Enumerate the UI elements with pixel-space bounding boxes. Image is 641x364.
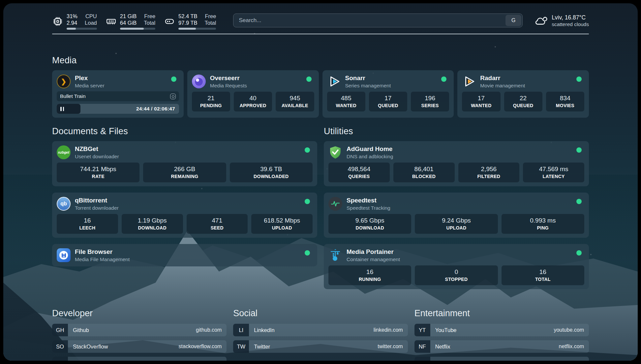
service-card-qbittorrent[interactable]: qb qBittorrent Torrent downloader 16 LEE… — [52, 193, 317, 238]
speedtest-icon — [328, 197, 342, 211]
stat-value: 0.993 ms — [503, 216, 583, 225]
bookmark-abbr: RE — [414, 357, 430, 361]
stat-box: 0 STOPPED — [415, 265, 498, 285]
sonarr-icon — [327, 75, 341, 88]
service-title: Sonarr — [345, 74, 439, 82]
section-title-media: Media — [52, 55, 589, 66]
stat-label: RUNNING — [330, 276, 410, 283]
stat-value: 266 GB — [144, 165, 225, 173]
service-card-nzbget[interactable]: nzbget NZBGet Usenet downloader 744.21 M… — [52, 141, 317, 186]
service-subtitle: Torrent downloader — [75, 205, 302, 211]
stat-box: 22 QUEUED — [504, 92, 542, 111]
overseerr-icon — [192, 75, 206, 88]
qbittorrent-icon: qb — [57, 197, 71, 211]
bookmark-name: YouTube — [430, 324, 554, 336]
service-card-filebrowser[interactable]: File Browser Media File Management — [52, 244, 317, 266]
stat-value: 196 — [412, 94, 448, 103]
bookmark-netflix[interactable]: NF Netflix netflix.com — [414, 340, 589, 353]
stat-label: FILTERED — [460, 173, 518, 180]
stat-value: 39.6 TB — [231, 165, 311, 173]
cpu-percent: 31% — [67, 13, 77, 19]
section-title-developer: Developer — [52, 308, 227, 318]
service-subtitle: DNS and adblocking — [347, 153, 574, 160]
stat-value: 16 — [330, 268, 410, 276]
bookmark-abbr: LI — [233, 324, 249, 336]
stat-label: DOWNLOADED — [231, 173, 311, 180]
cpu-loadavg: 2.94 — [67, 20, 77, 26]
service-card-speedtest[interactable]: Speedtest Speedtest Tracking 9.65 Gbps D… — [324, 193, 589, 238]
stat-label: QUERIES — [330, 173, 388, 180]
stat-box: 266 GB REMAINING — [143, 163, 226, 182]
stat-value: 471 — [188, 216, 247, 225]
bookmark-youtube[interactable]: YT YouTube youtube.com — [414, 324, 589, 336]
stat-label: TOTAL — [503, 276, 583, 283]
stat-value: 485 — [328, 94, 364, 103]
stat-box: 16 TOTAL — [502, 265, 584, 285]
service-title: Radarr — [480, 74, 574, 82]
stat-label: AVAILABLE — [277, 103, 313, 109]
stat-box: 9.24 Gbps UPLOAD — [415, 214, 498, 234]
section-title-documents: Documents & Files — [52, 126, 317, 136]
bookmark-stackoverflow[interactable]: SO StackOverflow stackoverflow.com — [52, 340, 227, 353]
service-card-plex[interactable]: ❯ Plex Media server Bullet Train 24:44 / — [52, 70, 184, 118]
bookmark-name: Reddit — [430, 357, 560, 361]
search-provider-button[interactable]: G — [505, 15, 521, 26]
service-title: AdGuard Home — [347, 145, 574, 153]
service-subtitle: Media server — [75, 82, 168, 89]
stat-label: LATENCY — [524, 173, 583, 180]
stat-box: 16 RUNNING — [328, 265, 411, 285]
bookmark-github[interactable]: GH Github github.com — [52, 324, 227, 336]
memory-widget: 21 GiB Free 64 GiB Total — [106, 13, 155, 30]
service-card-sonarr[interactable]: Sonarr Series management 485 WANTED 17 Q… — [322, 70, 454, 118]
service-subtitle: Speedtest Tracking — [347, 205, 574, 211]
bookmark-twitter[interactable]: TW Twitter twitter.com — [233, 340, 408, 353]
stat-box: 618.52 Mbps UPLOAD — [251, 214, 313, 234]
section-title-social: Social — [233, 308, 408, 318]
portainer-icon — [328, 248, 342, 262]
stat-box: 744.21 Mbps RATE — [57, 163, 139, 182]
service-card-radarr[interactable]: Radarr Movie management 17 WANTED 22 QUE… — [457, 70, 589, 118]
bookmark-domain: github.com — [196, 324, 227, 336]
bookmark-reddit[interactable]: RE Reddit reddit.com — [414, 357, 589, 361]
service-card-adguard[interactable]: AdGuard Home DNS and adblocking 498,564 … — [324, 141, 589, 186]
topbar-divider — [52, 34, 589, 34]
disk-progress-track — [178, 28, 216, 30]
stat-label: PING — [503, 225, 583, 231]
bookmark-dev[interactable]: DT DEV dev.to — [52, 357, 227, 361]
stat-value: 498,564 — [330, 165, 388, 173]
stat-label: SEED — [188, 225, 247, 231]
bookmark-group-social: Social LI LinkedIn linkedin.com TW Twitt… — [233, 308, 408, 361]
disk-progress-fill — [178, 28, 196, 30]
bookmark-linkedin[interactable]: LI LinkedIn linkedin.com — [233, 324, 408, 336]
filebrowser-icon — [57, 248, 71, 262]
service-card-portainer[interactable]: Media Portainer Container management 16 … — [324, 244, 589, 289]
cloud-icon — [534, 14, 548, 27]
pause-icon — [60, 107, 64, 111]
service-card-overseerr[interactable]: Overseerr Media Requests 21 PENDING 40 A… — [187, 70, 319, 118]
snow-specks — [3, 3, 5, 5]
stat-label: RATE — [58, 173, 138, 180]
plex-now-playing-row: Bullet Train — [57, 91, 179, 101]
memory-progress-fill — [120, 28, 144, 30]
stat-label: UPLOAD — [416, 225, 496, 231]
bookmark-name: Github — [68, 324, 196, 336]
memory-progress-track — [120, 28, 155, 30]
stat-label: SERIES — [412, 103, 448, 109]
disk-icon — [164, 16, 175, 27]
status-online-dot — [305, 250, 310, 256]
status-online-dot — [305, 199, 310, 204]
stat-box: 17 WANTED — [462, 92, 500, 111]
stat-label: MOVIES — [547, 103, 583, 109]
service-title: NZBGet — [75, 145, 302, 153]
plex-progress-bar: 24:44 / 02:06:47 — [57, 104, 179, 114]
bookmark-group-entertainment: Entertainment YT YouTube youtube.com NF … — [414, 308, 589, 361]
stat-value: 2,956 — [460, 165, 518, 173]
memory-free: 21 GiB — [120, 13, 137, 19]
stat-value: 1.19 Gbps — [123, 216, 182, 225]
status-online-dot — [576, 147, 582, 153]
stat-label: DOWNLOAD — [123, 225, 182, 231]
search-input[interactable] — [233, 17, 505, 24]
stat-box: 16 LEECH — [57, 214, 118, 234]
stat-label: BLOCKED — [395, 173, 453, 180]
stat-box: 2,956 FILTERED — [458, 163, 520, 182]
